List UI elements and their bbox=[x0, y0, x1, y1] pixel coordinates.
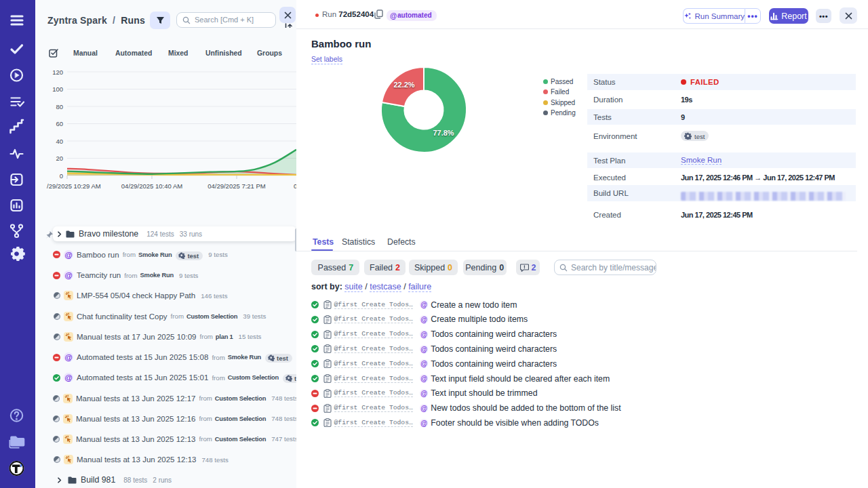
svg-text:@: @ bbox=[64, 373, 72, 382]
svg-text:@: @ bbox=[420, 316, 427, 323]
svg-text:@: @ bbox=[64, 353, 72, 361]
svg-text:@: @ bbox=[420, 360, 427, 367]
svg-text:120: 120 bbox=[52, 68, 63, 76]
svg-text:77.8%: 77.8% bbox=[433, 129, 454, 137]
svg-text:@: @ bbox=[420, 301, 427, 308]
svg-text:@: @ bbox=[64, 250, 72, 258]
svg-text:@: @ bbox=[420, 375, 427, 382]
svg-text:@: @ bbox=[390, 12, 397, 20]
svg-text:@: @ bbox=[420, 419, 427, 426]
svg-text:22.2%: 22.2% bbox=[393, 81, 414, 89]
svg-text:0: 0 bbox=[60, 172, 63, 180]
svg-text:80: 80 bbox=[56, 103, 63, 110]
svg-text:@: @ bbox=[420, 404, 427, 411]
svg-text:04/29/2025 10:40 AM: 04/29/2025 10:40 AM bbox=[121, 182, 182, 190]
svg-text:40: 40 bbox=[56, 138, 63, 145]
svg-text:04/29/2025 7:21 PM: 04/29/2025 7:21 PM bbox=[208, 182, 266, 190]
svg-text:/29/2025 10:29 AM: /29/2025 10:29 AM bbox=[47, 182, 101, 190]
svg-text:60: 60 bbox=[56, 120, 63, 127]
svg-text:@: @ bbox=[420, 330, 427, 338]
svg-text:@: @ bbox=[420, 345, 427, 352]
svg-text:100: 100 bbox=[52, 85, 63, 93]
svg-text:20: 20 bbox=[56, 155, 63, 162]
svg-text:@: @ bbox=[64, 271, 72, 279]
svg-text:@: @ bbox=[420, 390, 427, 397]
